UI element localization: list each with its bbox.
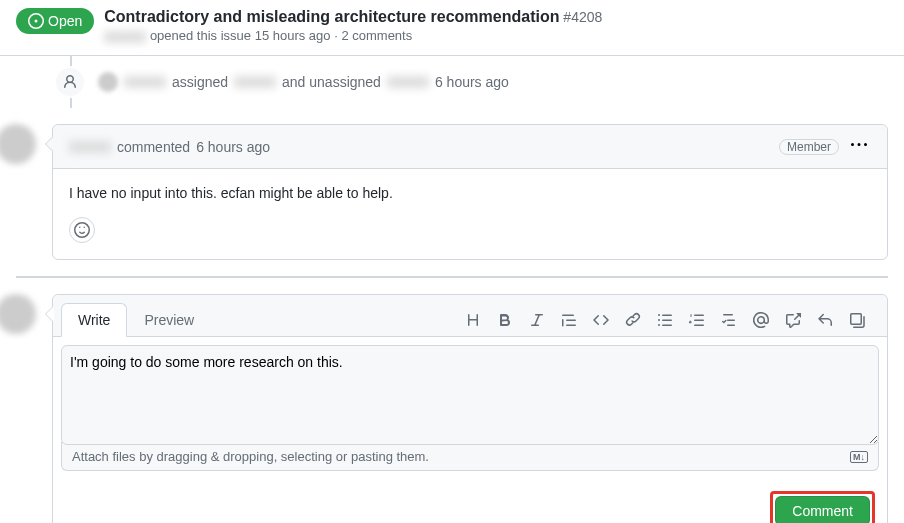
code-button[interactable] bbox=[587, 306, 615, 334]
user-redacted bbox=[124, 76, 166, 88]
issue-number: #4208 bbox=[563, 9, 602, 25]
commenter-avatar[interactable] bbox=[0, 124, 36, 164]
kebab-icon bbox=[851, 137, 867, 153]
tasklist-icon bbox=[721, 312, 737, 328]
compose-row: Write Preview bbox=[16, 294, 888, 523]
diff-icon bbox=[849, 312, 865, 328]
status-badge-open: Open bbox=[16, 8, 94, 34]
compose-tabs: Write Preview bbox=[61, 303, 211, 336]
comment-submit-button[interactable]: Comment bbox=[775, 496, 870, 523]
comment-body: I have no input into this. ecfan might b… bbox=[53, 169, 887, 217]
reply-icon bbox=[817, 312, 833, 328]
ordered-list-button[interactable] bbox=[683, 306, 711, 334]
italic-icon bbox=[529, 312, 545, 328]
author-redacted bbox=[104, 31, 146, 43]
bold-button[interactable] bbox=[491, 306, 519, 334]
add-reaction-button[interactable] bbox=[69, 217, 95, 243]
highlight-annotation: Comment bbox=[770, 491, 875, 523]
comment-menu-button[interactable] bbox=[847, 133, 871, 160]
unordered-list-button[interactable] bbox=[651, 306, 679, 334]
user-redacted bbox=[387, 76, 429, 88]
current-user-avatar[interactable] bbox=[0, 294, 36, 334]
issue-title: Contradictory and misleading architectur… bbox=[104, 8, 559, 25]
comment-box: commented 6 hours ago Member I have no i… bbox=[52, 124, 888, 260]
meta-text: opened this issue 15 hours ago · 2 comme… bbox=[150, 28, 412, 43]
compose-box: Write Preview bbox=[52, 294, 888, 523]
status-label: Open bbox=[48, 13, 82, 29]
list-ul-icon bbox=[657, 312, 673, 328]
cross-ref-icon bbox=[785, 312, 801, 328]
italic-button[interactable] bbox=[523, 306, 551, 334]
member-badge: Member bbox=[779, 139, 839, 155]
commenter-name-redacted[interactable] bbox=[69, 141, 111, 153]
quote-icon bbox=[561, 312, 577, 328]
heading-icon bbox=[465, 312, 481, 328]
reply-button[interactable] bbox=[811, 306, 839, 334]
link-icon bbox=[625, 312, 641, 328]
bold-icon bbox=[497, 312, 513, 328]
heading-button[interactable] bbox=[459, 306, 487, 334]
avatar-redacted bbox=[98, 72, 118, 92]
tab-preview[interactable]: Preview bbox=[127, 303, 211, 337]
attach-hint[interactable]: Attach files by dragging & dropping, sel… bbox=[61, 442, 879, 471]
cross-reference-button[interactable] bbox=[779, 306, 807, 334]
quote-button[interactable] bbox=[555, 306, 583, 334]
comment-action: commented bbox=[117, 139, 190, 155]
person-icon bbox=[62, 74, 78, 90]
mention-icon bbox=[753, 312, 769, 328]
comment-row: commented 6 hours ago Member I have no i… bbox=[16, 124, 888, 260]
markdown-icon[interactable]: M↓ bbox=[850, 451, 868, 463]
comment-time[interactable]: 6 hours ago bbox=[196, 139, 270, 155]
comment-textarea[interactable] bbox=[61, 345, 879, 445]
smiley-icon bbox=[74, 222, 90, 238]
timeline-badge bbox=[54, 66, 86, 98]
section-divider bbox=[16, 276, 888, 278]
issue-meta: opened this issue 15 hours ago · 2 comme… bbox=[104, 28, 888, 43]
mention-button[interactable] bbox=[747, 306, 775, 334]
issue-header: Open Contradictory and misleading archit… bbox=[0, 0, 904, 56]
formatting-toolbar bbox=[459, 306, 879, 334]
timeline-assigned-event: assigned and unassigned 6 hours ago bbox=[16, 56, 888, 108]
task-list-button[interactable] bbox=[715, 306, 743, 334]
list-ol-icon bbox=[689, 312, 705, 328]
diff-button[interactable] bbox=[843, 306, 871, 334]
tab-write[interactable]: Write bbox=[61, 303, 127, 337]
issue-open-icon bbox=[28, 13, 44, 29]
link-button[interactable] bbox=[619, 306, 647, 334]
code-icon bbox=[593, 312, 609, 328]
user-redacted bbox=[234, 76, 276, 88]
